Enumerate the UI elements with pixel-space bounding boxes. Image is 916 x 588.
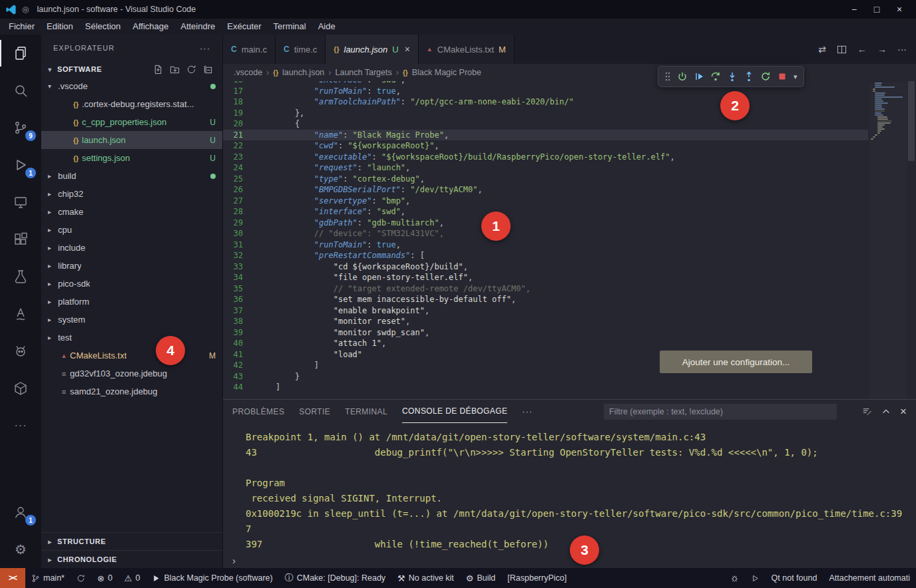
tree-item-test[interactable]: ▸test <box>41 329 222 347</box>
code-line-22[interactable]: 22 "cwd": "${workspaceRoot}", <box>223 140 868 152</box>
activity-remote-explorer[interactable] <box>0 184 41 221</box>
code-line-23[interactable]: 23 "executable": "${workspaceRoot}/build… <box>223 152 868 163</box>
status-sync-status[interactable] <box>71 568 91 588</box>
remote-indicator[interactable]: >< <box>0 568 25 588</box>
drag-handle-icon[interactable] <box>664 71 671 82</box>
tree-item-cmakelists-txt[interactable]: ▲CMakeLists.txtM <box>41 347 222 365</box>
code-line-19[interactable]: 19 }, <box>223 108 868 119</box>
tree-item-platform[interactable]: ▸platform <box>41 293 222 311</box>
console-filter-input[interactable] <box>604 404 837 420</box>
split-editor-icon[interactable] <box>837 45 847 55</box>
debug-console-output[interactable]: Breakpoint 1, main () at /mnt/data/git/o… <box>223 423 916 552</box>
activity-more[interactable]: ··· <box>0 407 41 444</box>
code-line-35[interactable]: 35 // "target extended-remote /dev/ttyAC… <box>223 283 868 295</box>
code-line-37[interactable]: 37 "enable breakpoint", <box>223 305 868 317</box>
panel-tab-sortie[interactable]: SORTIE <box>299 400 330 423</box>
step-over-icon[interactable] <box>710 71 721 82</box>
status-run-icon-status[interactable] <box>745 568 766 588</box>
code-line-36[interactable]: 36 "set mem inaccessible-by-default off"… <box>223 294 868 305</box>
menu-affichage[interactable]: Affichage <box>126 19 174 35</box>
activity-search[interactable] <box>0 72 41 109</box>
tree-item-library[interactable]: ▸library <box>41 257 222 275</box>
section-header-software[interactable]: ▾ SOFTWARE <box>41 61 222 77</box>
activity-extensions[interactable] <box>0 221 41 258</box>
code-line-24[interactable]: 24 "request": "launch", <box>223 162 868 174</box>
breadcrumb-black-magic-probe[interactable]: Black Magic Probe <box>412 68 481 77</box>
menu-s-lection[interactable]: Sélection <box>79 19 126 35</box>
tab-launch-json[interactable]: {}launch.jsonU× <box>326 35 419 64</box>
code-line-38[interactable]: 38 "monitor reset", <box>223 316 868 327</box>
add-configuration-button[interactable]: Ajouter une configuration... <box>660 351 812 373</box>
tree-item-c-cpp-properties-json[interactable]: {}c_cpp_properties.jsonU <box>41 113 222 131</box>
menu-atteindre[interactable]: Atteindre <box>174 19 221 35</box>
close-icon[interactable]: × <box>888 4 911 15</box>
new-file-icon[interactable] <box>153 65 163 74</box>
clear-console-icon[interactable] <box>862 406 872 416</box>
tree-item-cpu[interactable]: ▸cpu <box>41 221 222 239</box>
scrollbar-thumb[interactable] <box>908 81 915 161</box>
tree-item-settings-json[interactable]: {}settings.jsonU <box>41 149 222 167</box>
menu-aide[interactable]: Aide <box>312 19 342 35</box>
new-folder-icon[interactable] <box>170 65 180 74</box>
status-cmake-status[interactable]: ⓘCMake: [Debug]: Ready <box>279 568 391 588</box>
tree-item-launch-json[interactable]: {}launch.jsonU <box>41 131 222 149</box>
code-line-40[interactable]: 40 "attach 1", <box>223 338 868 349</box>
status-cmake-build[interactable]: ⚙Build <box>460 568 501 588</box>
power-icon[interactable] <box>677 71 688 82</box>
status-debug-icon-status[interactable] <box>724 568 745 588</box>
code-line-29[interactable]: 29 "gdbPath": "gdb-multiarch", <box>223 218 868 229</box>
status-auto-attach[interactable]: Attachement automati <box>823 568 916 588</box>
more-actions-icon[interactable]: ··· <box>897 44 907 55</box>
activity-explorer[interactable] <box>0 35 41 72</box>
status-cmake-target[interactable]: [RaspberryPico] <box>501 568 572 588</box>
code-line-30[interactable]: 30 // "device": "STM32L431VC", <box>223 228 868 239</box>
tree-item-gd32vf103-ozone-jdebug[interactable]: ≡gd32vf103_ozone.jdebug <box>41 365 222 382</box>
collapse-all-icon[interactable] <box>203 65 213 74</box>
tab-time-c[interactable]: Ctime.c <box>276 35 326 64</box>
code-line-34[interactable]: 34 "file open-story-teller.elf", <box>223 272 868 283</box>
minimap[interactable] <box>869 82 907 399</box>
close-panel-icon[interactable]: × <box>900 405 907 418</box>
activity-testing[interactable] <box>0 258 41 295</box>
code-line-32[interactable]: 32 "preRestartCommands": [ <box>223 250 868 261</box>
explorer-more-icon[interactable]: ··· <box>200 43 210 53</box>
section-structure[interactable]: ▸ STRUCTURE <box>41 532 222 550</box>
panel-tab-probl-mes[interactable]: PROBLÈMES <box>232 400 284 423</box>
tree-item-vscode[interactable]: ▾.vscode <box>41 77 222 95</box>
code-line-31[interactable]: 31 "runToMain": true, <box>223 239 868 251</box>
restart-icon[interactable] <box>760 71 771 82</box>
minimize-icon[interactable]: − <box>843 4 865 15</box>
tree-item-pico-sdk[interactable]: ▸pico-sdk <box>41 275 222 293</box>
toolbar-chevron-icon[interactable]: ▾ <box>794 73 798 81</box>
activity-source-control[interactable]: 9 <box>0 109 41 146</box>
code-line-27[interactable]: 27 "servertype": "bmp", <box>223 196 868 207</box>
section-chronologie[interactable]: ▸ CHRONOLOGIE <box>41 550 222 568</box>
status-qt-status[interactable]: Qt not found <box>766 568 823 588</box>
activity-settings[interactable]: ⚙ <box>0 531 41 568</box>
code-line-39[interactable]: 39 "monitor swdp_scan", <box>223 327 868 339</box>
menu-terminal[interactable]: Terminal <box>268 19 312 35</box>
tab-main-c[interactable]: Cmain.c <box>223 35 276 64</box>
continue-icon[interactable] <box>694 71 704 82</box>
step-out-icon[interactable] <box>744 71 754 82</box>
breadcrumb-launch-json[interactable]: launch.json <box>282 68 324 77</box>
editor-scrollbar[interactable] <box>907 81 916 399</box>
back-icon[interactable]: ← <box>857 44 867 55</box>
panel-more-icon[interactable]: ··· <box>522 406 533 416</box>
step-into-icon[interactable] <box>727 71 738 82</box>
tree-item-chip32[interactable]: ▸chip32 <box>41 185 222 203</box>
tree-item-include[interactable]: ▸include <box>41 239 222 257</box>
collapse-panel-icon[interactable] <box>881 407 891 416</box>
refresh-icon[interactable] <box>186 65 196 74</box>
status-branch-status[interactable]: main* <box>25 568 71 588</box>
code-line-26[interactable]: 26 "BMPGDBSerialPort": "/dev/ttyACM0", <box>223 184 868 196</box>
activity-extension-a[interactable] <box>0 295 41 333</box>
status-errors-count[interactable]: ⊗0 <box>91 568 118 588</box>
stop-icon[interactable] <box>777 71 788 82</box>
open-changes-icon[interactable]: ⇄ <box>818 44 826 55</box>
activity-account[interactable]: 1 <box>0 494 41 531</box>
code-line-18[interactable]: 18 "armToolchainPath": "/opt/gcc-arm-non… <box>223 96 868 108</box>
tab-cmakelists-txt[interactable]: ▲CMakeLists.txtM <box>419 35 515 64</box>
code-line-21[interactable]: 21 "name": "Black Magic Probe", <box>223 130 868 141</box>
status-cmake-kit[interactable]: ⚒No active kit <box>391 568 460 588</box>
